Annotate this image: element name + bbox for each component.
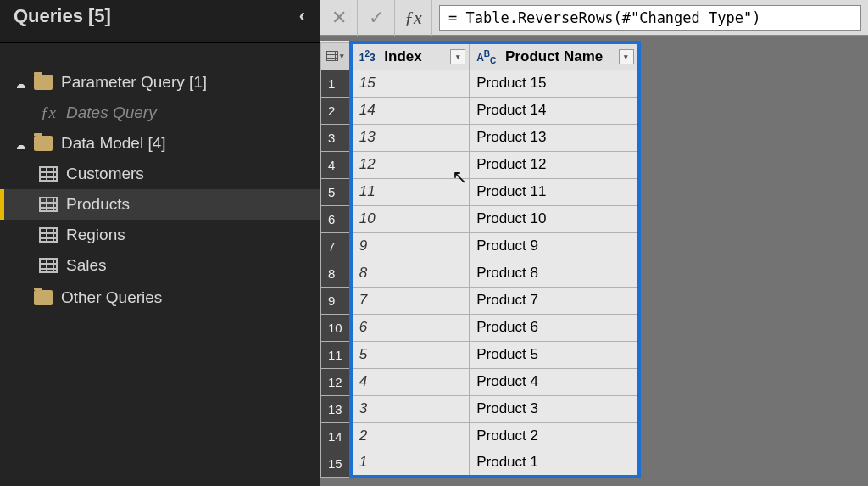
tree-item-label: Products [66,195,130,214]
cell-product-name[interactable]: Product 11 [470,178,639,205]
cell-product-name[interactable]: Product 1 [470,450,639,477]
row-number[interactable]: 5 [321,178,351,205]
cell-index[interactable]: 1 [351,450,470,477]
row-number[interactable]: 4 [321,151,351,178]
cell-index[interactable]: 9 [351,232,470,260]
cell-index[interactable]: 2 [351,422,470,450]
row-number[interactable]: 12 [321,368,351,395]
tree-item-sales[interactable]: Sales [0,250,320,281]
table-row[interactable]: 142Product 2 [321,422,639,450]
editor-area: ✕ ✓ ƒx = Table.ReverseRows(#"Changed Typ… [320,0,868,486]
row-number[interactable]: 10 [321,314,351,341]
cell-index[interactable]: 10 [351,205,470,232]
cell-index[interactable]: 6 [351,314,470,341]
tree-group-label: Other Queries [61,288,162,307]
column-header-label: Product Name [505,48,603,64]
cell-index[interactable]: 11 [351,178,470,205]
cell-index[interactable]: 14 [351,97,470,124]
tree-item-regions[interactable]: Regions [0,220,320,250]
formula-accept-button[interactable]: ✓ [358,0,395,36]
cell-index[interactable]: 13 [351,124,470,151]
tree-group-label: Data Model [4] [61,134,166,153]
cell-product-name[interactable]: Product 9 [470,232,639,260]
folder-icon [34,290,53,305]
table-row[interactable]: 115Product 5 [321,341,639,368]
text-type-icon: ABC [476,49,496,65]
table-row[interactable]: 151Product 1 [321,450,639,477]
cell-product-name[interactable]: Product 5 [470,341,639,368]
table-row[interactable]: 88Product 8 [321,260,639,287]
select-all-corner[interactable]: ▾ [321,42,351,70]
caret-down-icon [17,139,25,148]
cell-index[interactable]: 5 [351,341,470,368]
tree-group-data-model[interactable]: Data Model [4] [0,128,320,159]
table-row[interactable]: 133Product 3 [321,395,639,422]
table-icon [39,258,58,273]
row-number[interactable]: 13 [321,395,351,422]
cell-index[interactable]: 12 [351,151,470,178]
cell-product-name[interactable]: Product 14 [470,97,639,124]
queries-pane-header: Queries [5] ‹ [0,0,320,43]
row-number[interactable]: 2 [321,97,351,124]
cell-product-name[interactable]: Product 6 [470,314,639,341]
table-icon [39,197,58,212]
table-row[interactable]: 115Product 15 [321,70,639,97]
row-number[interactable]: 9 [321,287,351,314]
formula-input[interactable]: = Table.ReverseRows(#"Changed Type") [439,5,861,31]
formula-fx-button[interactable]: ƒx [395,0,432,36]
tree-group-other-queries[interactable]: Other Queries [0,282,320,313]
row-number[interactable]: 14 [321,422,351,450]
row-number[interactable]: 1 [321,70,351,97]
tree-item-customers[interactable]: Customers [0,159,320,189]
cell-index[interactable]: 15 [351,70,470,97]
column-filter-button[interactable]: ▾ [450,49,465,64]
queries-pane-title: Queries [5] [14,5,111,27]
table-row[interactable]: 412Product 12 [321,151,639,178]
chevron-down-icon: ▾ [340,52,344,60]
row-number[interactable]: 8 [321,260,351,287]
data-table: ▾ 123 Index ▾ ABC Product Name ▾ 115Prod… [320,41,641,478]
cell-product-name[interactable]: Product 15 [470,70,639,97]
tree-item-products[interactable]: Products [0,189,320,220]
table-row[interactable]: 511Product 11 [321,178,639,205]
cell-product-name[interactable]: Product 10 [470,205,639,232]
queries-tree: Parameter Query [1] ƒx Dates Query Data … [0,43,320,313]
row-number[interactable]: 15 [321,450,351,477]
cell-index[interactable]: 7 [351,287,470,314]
table-row[interactable]: 124Product 4 [321,368,639,395]
cell-index[interactable]: 3 [351,395,470,422]
formula-cancel-button[interactable]: ✕ [320,0,358,36]
cell-product-name[interactable]: Product 7 [470,287,639,314]
caret-down-icon [17,78,25,87]
column-filter-button[interactable]: ▾ [619,49,634,64]
cell-index[interactable]: 4 [351,368,470,395]
tree-group-parameter-query[interactable]: Parameter Query [1] [0,67,320,98]
column-header-index[interactable]: 123 Index ▾ [351,42,470,70]
column-header-label: Index [384,48,421,64]
tree-group-label: Parameter Query [1] [61,73,207,92]
table-row[interactable]: 610Product 10 [321,205,639,232]
cell-product-name[interactable]: Product 3 [470,395,639,422]
tree-item-label: Regions [66,226,125,244]
column-header-product-name[interactable]: ABC Product Name ▾ [470,42,639,70]
table-row[interactable]: 214Product 14 [321,97,639,124]
cell-index[interactable]: 8 [351,260,470,287]
table-row[interactable]: 97Product 7 [321,287,639,314]
table-row[interactable]: 313Product 13 [321,124,639,151]
table-row[interactable]: 79Product 9 [321,232,639,260]
row-number[interactable]: 7 [321,232,351,260]
row-number[interactable]: 6 [321,205,351,232]
row-number[interactable]: 11 [321,341,351,368]
collapse-pane-icon[interactable]: ‹ [299,5,305,27]
data-table-body: 115Product 15214Product 14313Product 134… [321,70,639,477]
tree-item-label: Dates Query [66,103,157,122]
table-row[interactable]: 106Product 6 [321,314,639,341]
fx-icon: ƒx [39,103,58,122]
cell-product-name[interactable]: Product 13 [470,124,639,151]
tree-item-dates-query[interactable]: ƒx Dates Query [0,98,320,128]
cell-product-name[interactable]: Product 4 [470,368,639,395]
row-number[interactable]: 3 [321,124,351,151]
cell-product-name[interactable]: Product 2 [470,422,639,450]
cell-product-name[interactable]: Product 12 [470,151,639,178]
cell-product-name[interactable]: Product 8 [470,260,639,287]
